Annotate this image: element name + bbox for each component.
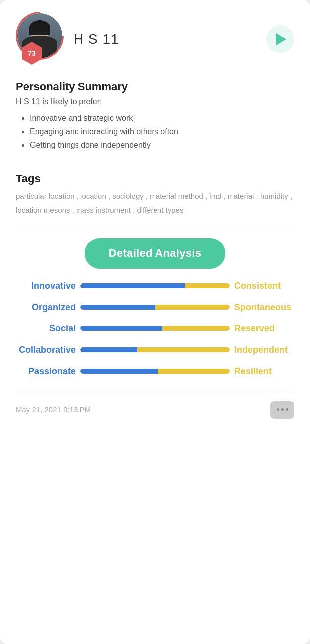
trait-left-organized: Organized (16, 302, 76, 313)
score-value: 73 (28, 50, 36, 57)
bar-blue-passionate (80, 369, 158, 374)
detailed-analysis-button[interactable]: Detailed Analysis (85, 238, 225, 269)
tags-section: Tags particular location , location , so… (16, 172, 294, 218)
bar-blue-organized (80, 305, 155, 310)
profile-card: 73 H S 11 Personality Summary H S 11 is … (0, 0, 310, 644)
header: 73 H S 11 (16, 12, 294, 67)
footer: May 21, 2021 9:13 PM (16, 393, 294, 419)
summary-intro: H S 11 is likely to prefer: (16, 97, 294, 106)
divider-2 (16, 228, 294, 228)
play-button[interactable] (266, 25, 294, 53)
trait-row-passionate: Passionate Resilient (16, 366, 294, 377)
bar-blue-innovative (80, 283, 185, 288)
trait-left-social: Social (16, 323, 76, 334)
dot-1 (277, 408, 279, 411)
trait-right-social: Reserved (234, 323, 294, 334)
trait-row-collaborative: Collaborative Independent (16, 345, 294, 355)
trait-left-collaborative: Collaborative (16, 345, 76, 355)
bar-yellow-organized (155, 305, 230, 310)
tags-title: Tags (16, 172, 294, 185)
bar-blue-collaborative (80, 347, 137, 352)
divider-1 (16, 162, 294, 162)
bar-yellow-passionate (158, 369, 230, 374)
play-icon (276, 33, 286, 45)
trait-row-organized: Organized Spontaneous (16, 302, 294, 313)
trait-left-innovative: Innovative (16, 281, 76, 291)
trait-row-innovative: Innovative Consistent (16, 281, 294, 291)
personality-summary-title: Personality Summary (16, 80, 294, 93)
trait-right-collaborative: Independent (234, 345, 294, 355)
bar-yellow-social (162, 326, 230, 331)
bar-blue-social (80, 326, 162, 331)
avatar-hair (29, 20, 50, 35)
summary-list: Innovative and strategic work Engaging a… (16, 111, 294, 152)
header-left: 73 H S 11 (16, 12, 119, 67)
trait-right-organized: Spontaneous (234, 302, 294, 313)
trait-bar-passionate (80, 369, 230, 374)
personality-summary-section: Personality Summary H S 11 is likely to … (16, 80, 294, 152)
trait-left-passionate: Passionate (16, 366, 76, 377)
tags-content: particular location , location , sociolo… (16, 189, 294, 218)
trait-bar-social (80, 326, 230, 331)
bar-yellow-innovative (185, 283, 230, 288)
trait-right-innovative: Consistent (234, 281, 294, 291)
dot-2 (281, 408, 284, 411)
more-button[interactable] (270, 401, 294, 419)
summary-item-1: Innovative and strategic work (30, 111, 294, 125)
user-name: H S 11 (74, 31, 119, 47)
trait-bar-organized (80, 305, 230, 310)
dot-3 (286, 408, 288, 411)
bar-yellow-collaborative (137, 347, 230, 352)
trait-bar-innovative (80, 283, 230, 288)
footer-date: May 21, 2021 9:13 PM (16, 405, 91, 414)
summary-item-3: Getting things done independently (30, 138, 294, 152)
trait-row-social: Social Reserved (16, 323, 294, 334)
trait-right-passionate: Resilient (234, 366, 294, 377)
summary-item-2: Engaging and interacting with others oft… (30, 125, 294, 138)
trait-bar-collaborative (80, 347, 230, 352)
traits-section: Innovative Consistent Organized Spontane… (16, 281, 294, 377)
avatar-wrapper: 73 (16, 12, 66, 67)
detailed-analysis-wrapper: Detailed Analysis (16, 238, 294, 269)
